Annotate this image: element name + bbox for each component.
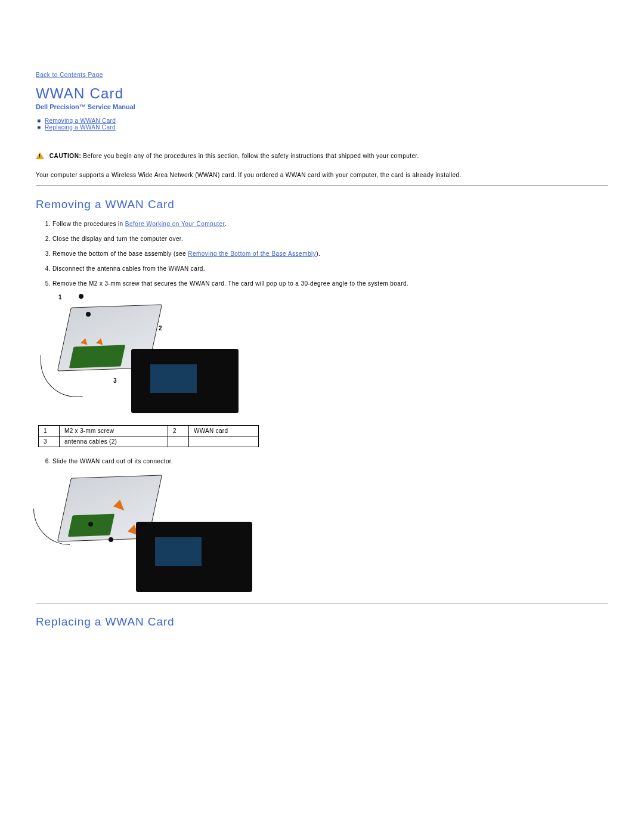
cell: 3 (39, 436, 60, 447)
intro-text: Your computer supports a Wireless Wide A… (36, 170, 608, 181)
callout-2: 2 (159, 325, 162, 332)
contents-list: Removing a WWAN Card Replacing a WWAN Ca… (36, 117, 608, 131)
illustration-remove: 1 2 3 (47, 295, 231, 414)
cell: antenna cables (2) (60, 436, 168, 447)
callout-1: 1 (58, 294, 62, 301)
cell: 1 (39, 426, 60, 436)
callout-3: 3 (113, 377, 117, 384)
cell: 2 (168, 426, 189, 436)
replacing-heading: Replacing a WWAN Card (36, 615, 608, 628)
cell: M2 x 3-mm screw (60, 426, 168, 436)
caution-label: CAUTION: (49, 153, 82, 159)
cell: WWAN card (189, 426, 259, 436)
page-title: WWAN Card (36, 85, 608, 102)
removing-heading: Removing a WWAN Card (36, 198, 608, 211)
step-5: Remove the M2 x 3-mm screw that secures … (52, 280, 608, 287)
link-removing-bottom-base[interactable]: Removing the Bottom of the Base Assembly (188, 250, 316, 257)
toc-link-replacing[interactable]: Replacing a WWAN Card (45, 124, 116, 131)
step-6: Slide the WWAN card out of its connector… (52, 458, 608, 465)
parts-table: 1 M2 x 3-mm screw 2 WWAN card 3 antenna … (38, 425, 259, 447)
link-before-working[interactable]: Before Working on Your Computer (125, 221, 225, 227)
step-2: Close the display and turn the computer … (52, 236, 608, 242)
table-row: 1 M2 x 3-mm screw 2 WWAN card (39, 426, 259, 436)
step-3: Remove the bottom of the base assembly (… (52, 250, 608, 257)
divider (36, 185, 608, 186)
table-row: 3 antenna cables (2) (39, 436, 259, 447)
page-subtitle: Dell Precision™ Service Manual (36, 103, 608, 110)
step-1-a: Follow the procedures in (52, 221, 125, 227)
removing-steps-cont: Slide the WWAN card out of its connector… (36, 458, 608, 465)
step-3-a: Remove the bottom of the base assembly (… (52, 250, 188, 257)
cell (189, 436, 259, 447)
step-1: Follow the procedures in Before Working … (52, 221, 608, 227)
toc-link-removing[interactable]: Removing a WWAN Card (45, 117, 116, 124)
step-1-b: . (225, 221, 227, 227)
step-3-b: ). (316, 250, 320, 257)
divider (36, 603, 608, 603)
removing-steps: Follow the procedures in Before Working … (36, 221, 608, 287)
back-to-contents-link[interactable]: Back to Contents Page (36, 72, 103, 78)
caution-text: Before you begin any of the procedures i… (83, 153, 419, 159)
cell (168, 436, 189, 447)
step-4: Disconnect the antenna cables from the W… (52, 265, 608, 272)
illustration-slide-out (47, 473, 249, 592)
caution-icon (36, 152, 44, 159)
